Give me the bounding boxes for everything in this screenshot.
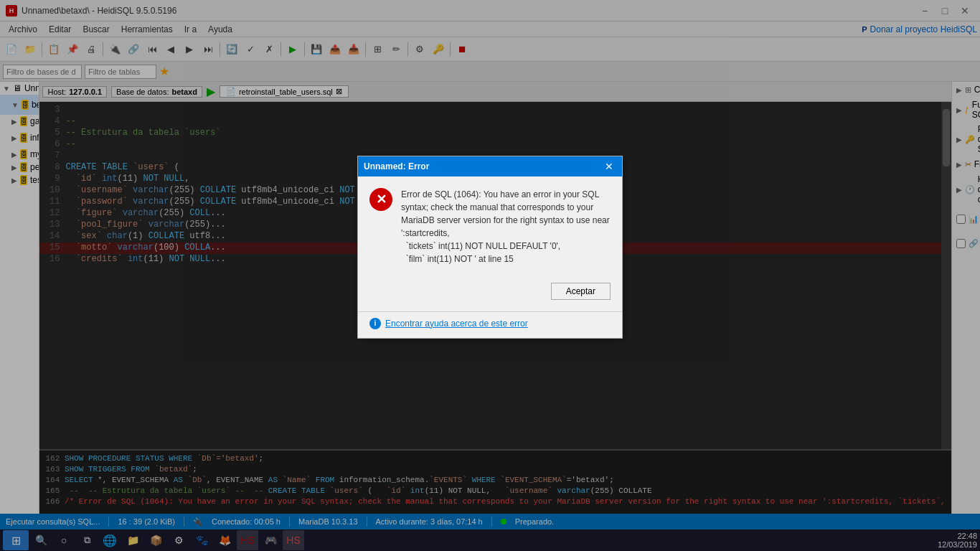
error-dialog: Unnamed: Error ✕ ✕ Error de SQL (1064): … — [357, 156, 623, 339]
dialog-help-link[interactable]: Encontrar ayuda acerca de este error — [385, 319, 528, 329]
dialog-title: Unnamed: Error — [364, 161, 429, 171]
info-icon: i — [369, 318, 381, 329]
error-icon: ✕ — [369, 188, 392, 211]
dialog-help-area: i Encontrar ayuda acerca de este error — [358, 311, 622, 338]
dialog-message: Error de SQL (1064): You have an error i… — [401, 188, 611, 265]
error-dialog-overlay: Unnamed: Error ✕ ✕ Error de SQL (1064): … — [0, 0, 980, 551]
dialog-title-bar: Unnamed: Error ✕ — [358, 156, 622, 176]
dialog-close-button[interactable]: ✕ — [602, 161, 616, 172]
dialog-footer: Aceptar — [358, 277, 622, 311]
dialog-accept-button[interactable]: Aceptar — [551, 283, 611, 300]
dialog-body: ✕ Error de SQL (1064): You have an error… — [358, 176, 622, 277]
